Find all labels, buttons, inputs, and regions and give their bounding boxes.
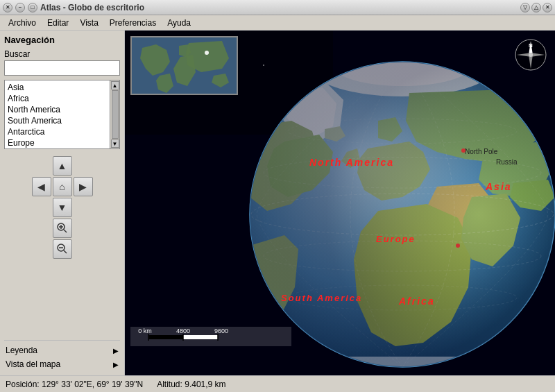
sidebar: Navegación Buscar Asia Africa North Amer…	[0, 31, 125, 375]
scale-bar: 0 km 4800 9600	[130, 327, 291, 346]
legend-link[interactable]: Leyenda ▶	[4, 343, 120, 357]
close-button[interactable]: ✕	[3, 3, 12, 12]
menu-preferencias[interactable]: Preferencias	[104, 17, 162, 29]
scroll-up-btn[interactable]: ▲	[111, 81, 119, 90]
svg-point-46	[250, 62, 555, 367]
svg-point-27	[205, 51, 209, 55]
list-item-antarctica[interactable]: Antarctica	[5, 126, 119, 137]
position-value: 129° 33' 02"E, 69° 19' 39"N	[42, 380, 143, 389]
svg-text:N: N	[529, 42, 533, 49]
svg-rect-58	[183, 335, 218, 339]
altitude-label: Altitud: 9.401,9 km	[157, 380, 225, 389]
menubar: Archivo Editar Vista Preferencias Ayuda	[0, 15, 555, 31]
svg-text:Russia: Russia	[496, 158, 518, 166]
legend-arrow-icon: ▶	[113, 347, 119, 355]
search-label: Buscar	[4, 49, 120, 59]
window-title: Atlas - Globo de escritorio	[40, 3, 144, 12]
minimap-svg	[132, 37, 238, 95]
globe-area[interactable]: N	[125, 31, 555, 375]
svg-line-1	[64, 230, 67, 232]
sidebar-bottom: Leyenda ▶ Vista del mapa ▶	[4, 340, 120, 371]
nav-right-btn[interactable]: ▶	[74, 177, 93, 196]
maximize-button[interactable]: □	[28, 3, 37, 12]
search-input[interactable]	[4, 60, 120, 76]
minimize-button[interactable]: −	[15, 3, 25, 12]
menu-editar[interactable]: Editar	[42, 17, 74, 29]
altitude-value: 9.401,9 km	[185, 380, 225, 389]
nav-middle-row: ◀ ⌂ ▶	[32, 177, 93, 196]
list-item-north-america[interactable]: North America	[5, 104, 119, 115]
map-view-label: Vista del mapa	[6, 359, 60, 369]
titlebar-left: ✕ − □ Atlas - Globo de escritorio	[3, 3, 144, 12]
svg-text:North America: North America	[309, 157, 394, 168]
svg-text:0 km: 0 km	[138, 328, 152, 334]
nav-down-btn[interactable]: ▼	[53, 198, 72, 217]
map-view-link[interactable]: Vista del mapa ▶	[4, 357, 120, 371]
list-item-south-america[interactable]: South America	[5, 115, 119, 126]
map-view-arrow-icon: ▶	[113, 361, 119, 368]
scale-bar-svg: 0 km 4800 9600	[135, 328, 287, 345]
menu-archivo[interactable]: Archivo	[3, 17, 42, 29]
sidebar-title: Navegación	[4, 35, 120, 45]
scroll-down-btn[interactable]: ▼	[111, 139, 119, 148]
list-item-europe[interactable]: Europe	[5, 137, 119, 148]
zoom-in-btn[interactable]	[53, 219, 72, 238]
location-list: Asia Africa North America South America …	[4, 80, 120, 149]
svg-text:9600: 9600	[214, 328, 228, 334]
nav-left-btn[interactable]: ◀	[32, 177, 51, 196]
zoom-out-btn[interactable]	[53, 239, 72, 259]
position-label: Posición: 129° 33' 02"E, 69° 19' 39"N	[6, 380, 143, 389]
altitude-key: Altitud:	[157, 380, 182, 389]
statusbar: Posición: 129° 33' 02"E, 69° 19' 39"N Al…	[0, 375, 555, 392]
svg-text:South America: South America	[281, 293, 362, 303]
titlebar: ✕ − □ Atlas - Globo de escritorio ▽ △ ✕	[0, 0, 555, 15]
svg-line-5	[64, 250, 67, 253]
legend-label: Leyenda	[6, 346, 37, 355]
svg-text:Europe: Europe	[376, 234, 416, 244]
nav-home-btn[interactable]: ⌂	[53, 177, 72, 196]
menu-ayuda[interactable]: Ayuda	[162, 17, 196, 29]
svg-point-55	[456, 244, 460, 248]
position-key: Posición:	[6, 380, 40, 389]
titlebar-btn-1[interactable]: ▽	[520, 3, 530, 12]
list-item-africa[interactable]: Africa	[5, 93, 119, 104]
list-items: Asia Africa North America South America …	[5, 80, 119, 149]
svg-text:North Pole: North Pole	[465, 148, 498, 155]
main-layout: Navegación Buscar Asia Africa North Amer…	[0, 31, 555, 375]
svg-text:Asia: Asia	[485, 181, 512, 192]
list-item-asia[interactable]: Asia	[5, 82, 119, 93]
titlebar-close-btn[interactable]: ✕	[543, 3, 552, 12]
titlebar-right-controls: ▽ △ ✕	[520, 3, 552, 12]
svg-text:4800: 4800	[176, 328, 190, 334]
minimap	[130, 36, 238, 95]
svg-rect-57	[148, 335, 183, 339]
svg-text:Africa: Africa	[398, 296, 435, 307]
titlebar-btn-2[interactable]: △	[531, 3, 541, 12]
nav-up-btn[interactable]: ▲	[53, 156, 72, 176]
navigation-controls: ▲ ◀ ⌂ ▶ ▼	[4, 156, 120, 259]
list-scrollbar[interactable]: ▲ ▼	[110, 80, 119, 148]
scroll-thumb[interactable]	[112, 90, 119, 139]
svg-point-54	[461, 148, 466, 153]
menu-vista[interactable]: Vista	[74, 17, 103, 29]
